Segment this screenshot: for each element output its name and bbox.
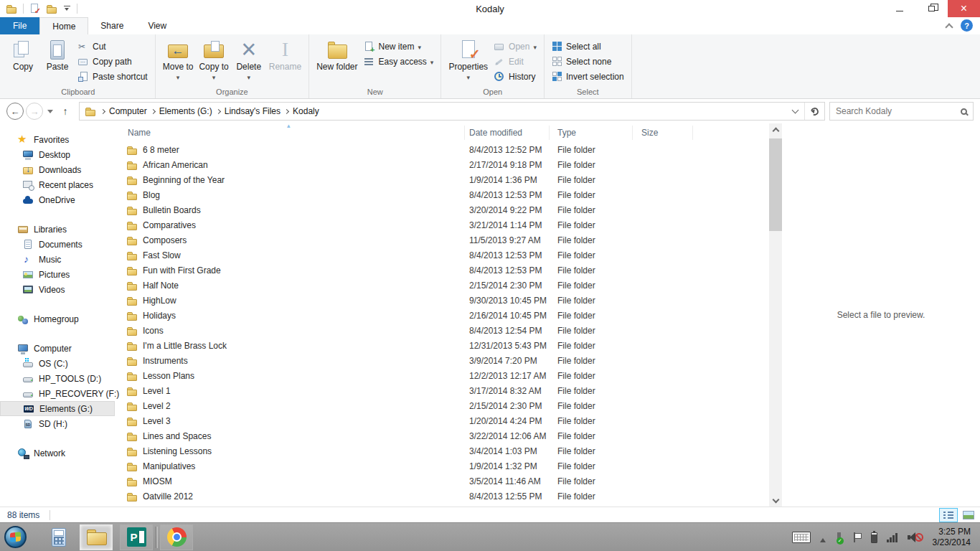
sidebar-item-downloads[interactable]: Downloads (0, 162, 115, 177)
file-row[interactable]: Level 22/15/2014 2:30 PMFile folder (122, 398, 769, 413)
copy-to-button[interactable]: Copy to (196, 37, 231, 83)
new-folder-shortcut-icon[interactable] (46, 3, 58, 14)
file-row[interactable]: Icons8/4/2013 12:54 PMFile folder (122, 323, 769, 338)
search-input[interactable] (836, 106, 956, 116)
file-row[interactable]: Comparatives3/21/2014 1:14 PMFile folder (122, 217, 769, 232)
network-signal-icon[interactable] (887, 532, 898, 542)
taskbar-file-explorer-button[interactable] (80, 524, 113, 550)
column-header-size[interactable]: Size (633, 126, 693, 140)
column-header-type[interactable]: Type (550, 126, 633, 140)
vertical-scrollbar[interactable] (769, 123, 782, 507)
history-button[interactable]: History (491, 69, 540, 84)
move-to-button[interactable]: Move to (160, 37, 197, 83)
file-row[interactable]: Instruments3/9/2014 7:20 PMFile folder (122, 353, 769, 368)
file-row[interactable]: MIOSM3/5/2014 11:46 AMFile folder (122, 474, 769, 489)
breadcrumb-item[interactable]: Kodaly (293, 106, 319, 116)
rename-button[interactable]: Rename (266, 37, 304, 73)
scrollbar-thumb[interactable] (769, 138, 782, 231)
action-center-flag-icon[interactable] (853, 532, 862, 543)
breadcrumb-item[interactable]: Elements (G:) (159, 106, 212, 116)
file-row[interactable]: HighLow9/30/2013 10:45 PMFile folder (122, 293, 769, 308)
file-row[interactable]: Fun with First Grade8/4/2013 12:53 PMFil… (122, 263, 769, 278)
invert-selection-button[interactable]: Invert selection (549, 69, 627, 84)
taskbar-calculator-button[interactable] (42, 524, 75, 550)
file-row[interactable]: Bulletin Boards3/20/2014 9:22 PMFile fol… (122, 202, 769, 217)
sidebar-item-videos[interactable]: Videos (0, 282, 115, 297)
customize-toolbar-icon[interactable] (63, 5, 72, 13)
taskbar-chrome-button[interactable] (160, 524, 193, 550)
new-item-button[interactable]: New item (360, 39, 436, 54)
battery-icon[interactable] (871, 532, 877, 543)
sidebar-item-pictures[interactable]: Pictures (0, 267, 115, 282)
file-row[interactable]: Lesson Plans12/2/2013 12:17 AMFile folde… (122, 368, 769, 383)
search-icon[interactable] (961, 108, 967, 115)
sidebar-section-homegroup[interactable]: Homegroup (0, 311, 115, 326)
file-row[interactable]: Composers11/5/2013 9:27 AMFile folder (122, 232, 769, 248)
tab-home[interactable]: Home (39, 17, 88, 34)
sidebar-item-hp-recovery-f[interactable]: HP_RECOVERY (F:) (0, 386, 115, 401)
scroll-up-button[interactable] (769, 123, 782, 136)
folder-icon[interactable] (6, 3, 18, 14)
file-row[interactable]: Level 31/20/2014 4:24 PMFile folder (122, 413, 769, 428)
details-view-button[interactable] (939, 508, 958, 522)
forward-button[interactable]: → (26, 103, 43, 120)
file-row[interactable]: Blog8/4/2013 12:53 PMFile folder (122, 187, 769, 202)
minimize-ribbon-icon[interactable] (945, 23, 953, 31)
scroll-down-button[interactable] (769, 494, 782, 507)
restore-button[interactable] (915, 0, 948, 17)
file-row[interactable]: Lines and Spaces3/22/2014 12:06 AMFile f… (122, 428, 769, 443)
file-row[interactable]: Level 13/17/2014 8:32 AMFile folder (122, 383, 769, 398)
file-row[interactable]: I'm a Little Brass Lock12/31/2013 5:43 P… (122, 338, 769, 353)
column-header-name[interactable]: Name (126, 126, 465, 140)
file-row[interactable]: Manipulatives1/9/2014 1:32 PMFile folder (122, 458, 769, 474)
show-hidden-icons-icon[interactable] (820, 535, 826, 542)
breadcrumb-item[interactable]: Computer (109, 106, 147, 116)
address-dropdown-button[interactable] (786, 103, 804, 120)
tab-view[interactable]: View (136, 17, 179, 34)
sidebar-section-favorites[interactable]: Favorites (0, 132, 115, 147)
sidebar-item-sd-h[interactable]: SD (H:) (0, 416, 115, 431)
recent-locations-icon[interactable] (47, 110, 53, 116)
taskbar-clock[interactable]: 3:25 PM 3/23/2014 (933, 527, 971, 548)
usb-safely-remove-icon[interactable] (835, 532, 844, 543)
back-button[interactable]: ← (6, 103, 24, 120)
start-button[interactable] (4, 526, 27, 548)
taskbar-publisher-button[interactable]: P (120, 524, 153, 550)
file-row[interactable]: African American2/17/2014 9:18 PMFile fo… (122, 157, 769, 172)
file-row[interactable]: 6 8 meter8/4/2013 12:52 PMFile folder (122, 142, 769, 157)
sidebar-item-hp-tools-d[interactable]: HP_TOOLS (D:) (0, 371, 115, 386)
file-row[interactable]: Listening Lessons3/4/2014 1:03 PMFile fo… (122, 443, 769, 458)
open-button[interactable]: Open (491, 39, 540, 54)
paste-button[interactable]: Paste (40, 37, 75, 73)
select-none-button[interactable]: Select none (549, 54, 627, 69)
sidebar-section-network[interactable]: Network (0, 446, 115, 461)
cut-button[interactable]: Cut (75, 39, 151, 54)
refresh-button[interactable] (804, 103, 824, 120)
thumbnails-view-button[interactable] (959, 508, 978, 522)
column-header-date-modified[interactable]: Date modified (465, 126, 550, 140)
sidebar-item-elements-g[interactable]: Elements (G:) (0, 401, 115, 416)
minimize-button[interactable] (883, 0, 915, 17)
file-row[interactable]: Beginning of the Year1/9/2014 1:36 PMFil… (122, 172, 769, 187)
copy-path-button[interactable]: Copy path (75, 54, 151, 69)
file-row[interactable]: Half Note2/15/2014 2:30 PMFile folder (122, 278, 769, 293)
properties-button[interactable]: Properties (446, 37, 491, 83)
file-row[interactable]: Oatville 20128/4/2013 12:55 PMFile folde… (122, 489, 769, 504)
volume-muted-icon[interactable] (908, 532, 920, 543)
delete-button[interactable]: Delete (232, 37, 266, 83)
sidebar-item-desktop[interactable]: Desktop (0, 147, 115, 162)
properties-shortcut-icon[interactable] (29, 3, 41, 14)
edit-button[interactable]: Edit (491, 54, 540, 69)
sidebar-item-music[interactable]: Music (0, 252, 115, 267)
file-row[interactable]: Fast Slow8/4/2013 12:53 PMFile folder (122, 248, 769, 263)
copy-button[interactable]: Copy (6, 37, 40, 73)
sidebar-section-libraries[interactable]: Libraries (0, 222, 115, 237)
tab-share[interactable]: Share (88, 17, 136, 34)
tab-file[interactable]: File (0, 17, 39, 34)
breadcrumb[interactable]: ComputerElements (G:)Lindsay's FilesKoda… (79, 102, 825, 121)
touch-keyboard-icon[interactable] (792, 532, 811, 543)
file-row[interactable]: Holidays2/16/2014 10:45 PMFile folder (122, 308, 769, 323)
sidebar-item-onedrive[interactable]: OneDrive (0, 192, 115, 207)
sidebar-item-documents[interactable]: Documents (0, 237, 115, 252)
paste-shortcut-button[interactable]: Paste shortcut (75, 69, 151, 84)
